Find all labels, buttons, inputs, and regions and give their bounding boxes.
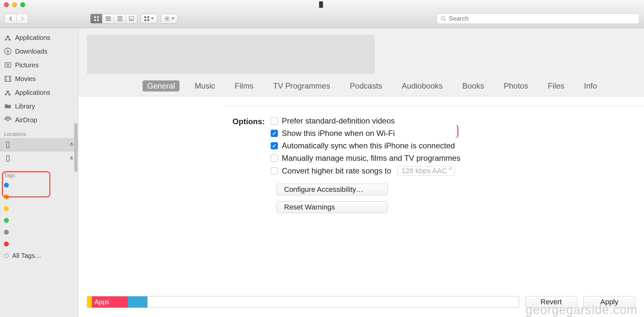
tab-tv-programmes[interactable]: TV Programmes [268, 80, 335, 92]
device-header-redacted [87, 35, 375, 74]
option-checkbox-4[interactable] [271, 167, 278, 175]
svg-rect-14 [144, 16, 146, 18]
tab-info[interactable]: Info [579, 80, 602, 92]
svg-rect-13 [132, 20, 133, 21]
svg-rect-7 [117, 16, 119, 21]
svg-point-33 [7, 64, 9, 66]
tag-color-dot [4, 183, 9, 188]
pictures-icon [4, 61, 12, 69]
gallery-view-button[interactable] [126, 14, 137, 24]
airdrop-icon [4, 116, 12, 124]
sidebar-item-airdrop[interactable]: AirDrop [0, 113, 78, 127]
storage-apps-label: Apps [94, 298, 110, 306]
option-checkbox-2[interactable] [271, 142, 278, 149]
svg-point-27 [441, 16, 445, 20]
movies-icon [4, 75, 12, 83]
option-label: Prefer standard-definition videos [282, 116, 395, 125]
tag-item-0[interactable] [0, 179, 78, 191]
option-checkbox-1[interactable] [271, 130, 278, 137]
svg-rect-9 [121, 16, 123, 21]
sidebar-item-pictures[interactable]: Pictures [0, 58, 78, 72]
tag-color-dot [4, 218, 9, 223]
option-checkbox-0[interactable] [271, 117, 278, 125]
sidebar-item-label: Movies [15, 75, 36, 83]
sidebar-scrollbar[interactable] [74, 123, 77, 172]
sidebar-item-label: Pictures [15, 61, 39, 69]
view-mode-segmented[interactable] [90, 14, 137, 24]
action-menu-button[interactable] [161, 14, 178, 24]
close-window-button[interactable] [4, 2, 9, 7]
all-tags-icon [4, 253, 9, 258]
sidebar-item-applications[interactable]: Applications [0, 86, 78, 99]
section-divider [226, 106, 644, 107]
tab-photos[interactable]: Photos [499, 80, 533, 92]
option-label: Show this iPhone when on Wi-Fi [282, 129, 395, 138]
location-device-0[interactable] [0, 138, 78, 152]
minimize-window-button[interactable] [12, 2, 17, 7]
sidebar-item-downloads[interactable]: Downloads [0, 44, 78, 58]
tab-general[interactable]: General [143, 80, 179, 92]
all-tags-item[interactable]: All Tags… [0, 250, 78, 261]
tab-files[interactable]: Files [543, 80, 569, 92]
tag-item-3[interactable] [0, 214, 78, 226]
locations-header: Locations [0, 129, 78, 138]
applications-icon [4, 89, 12, 96]
option-row-4: Convert higher bit rate songs to128 kbps… [271, 166, 460, 176]
eject-icon[interactable] [69, 155, 74, 162]
svg-point-44 [5, 254, 8, 258]
tags-header: Tags [0, 171, 78, 179]
sidebar-item-applications[interactable]: Applications [0, 31, 78, 44]
storage-segment-other [87, 296, 92, 308]
tab-music[interactable]: Music [190, 80, 220, 92]
iphone-icon [4, 155, 12, 162]
storage-bar: Apps [87, 296, 519, 308]
search-field[interactable] [437, 13, 639, 24]
sidebar-item-label: Applications [15, 34, 50, 42]
tab-podcasts[interactable]: Podcasts [345, 80, 387, 92]
svg-rect-16 [144, 19, 146, 21]
storage-segment-apps: Apps [92, 296, 128, 308]
svg-point-18 [166, 18, 168, 19]
tag-color-dot [4, 194, 9, 199]
list-view-button[interactable] [102, 14, 114, 24]
tag-item-2[interactable] [0, 203, 78, 214]
option-row-3: Manually manage music, films and TV prog… [271, 154, 460, 163]
svg-point-29 [5, 39, 7, 41]
device-icon [319, 1, 323, 8]
svg-line-23 [165, 17, 166, 17]
svg-rect-40 [7, 142, 9, 148]
forward-button[interactable] [16, 14, 28, 24]
svg-rect-0 [94, 16, 96, 18]
svg-rect-17 [147, 19, 149, 21]
tab-films[interactable]: Films [230, 80, 258, 92]
option-checkbox-3[interactable] [271, 155, 278, 162]
svg-rect-10 [129, 16, 134, 19]
bitrate-select[interactable]: 128 kbps AAC [397, 166, 455, 176]
column-view-button[interactable] [114, 14, 126, 24]
sidebar-item-library[interactable]: Library [0, 99, 78, 113]
location-device-1[interactable] [0, 152, 78, 165]
svg-point-37 [5, 93, 7, 95]
svg-line-28 [444, 19, 446, 21]
search-input[interactable] [449, 15, 636, 22]
tag-item-4[interactable] [0, 226, 78, 238]
svg-rect-38 [8, 93, 10, 95]
sidebar: ApplicationsDownloadsPicturesMoviesAppli… [0, 28, 78, 317]
tag-item-1[interactable] [0, 191, 78, 203]
tab-books[interactable]: Books [458, 80, 489, 92]
reset-warnings-button[interactable]: Reset Warnings [277, 201, 388, 213]
eject-icon[interactable] [69, 142, 74, 148]
svg-rect-12 [131, 20, 132, 21]
group-by-button[interactable] [141, 14, 157, 24]
option-label: Automatically sync when this iPhone is c… [282, 141, 455, 150]
sidebar-item-label: AirDrop [15, 116, 37, 124]
tag-color-dot [4, 206, 9, 211]
sidebar-item-movies[interactable]: Movies [0, 72, 78, 86]
tag-item-5[interactable] [0, 238, 78, 250]
svg-rect-32 [5, 63, 11, 67]
configure-accessibility-button[interactable]: Configure Accessibility… [277, 184, 388, 195]
fullscreen-window-button[interactable] [20, 2, 25, 7]
back-button[interactable] [5, 14, 16, 24]
tab-audiobooks[interactable]: Audiobooks [397, 80, 447, 92]
icon-view-button[interactable] [90, 14, 102, 24]
